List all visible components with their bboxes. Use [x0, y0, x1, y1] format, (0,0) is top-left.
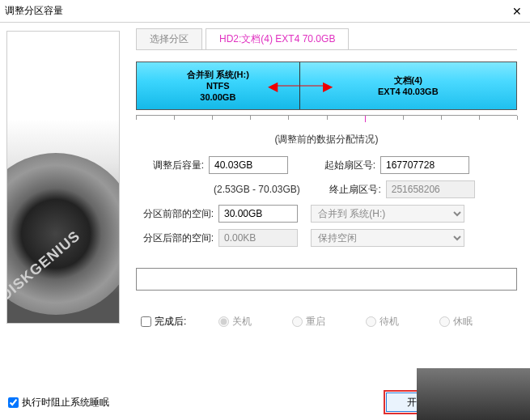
- ruler: [136, 115, 517, 126]
- checkbox-after-done[interactable]: 完成后:: [141, 315, 186, 329]
- partition-current[interactable]: 文档(4) EXT4 40.03GB: [300, 62, 516, 109]
- label-start-sector: 起始扇区号:: [311, 159, 375, 172]
- input-start-sector[interactable]: [380, 156, 469, 174]
- select-space-after-action[interactable]: 保持空闲: [311, 229, 464, 247]
- radio-shutdown[interactable]: 关机: [218, 315, 252, 329]
- label-space-before: 分区前部的空间:: [133, 207, 214, 221]
- disk-illustration: DISKGENIUS: [6, 31, 120, 324]
- select-space-before-action[interactable]: 合并到 系统(H:): [311, 205, 464, 223]
- tab-current-partition[interactable]: HD2:文档(4) EXT4 70.0GB: [206, 28, 349, 49]
- label-size-after: 调整后容量:: [133, 159, 204, 172]
- checkbox-prevent-sleep[interactable]: 执行时阻止系统睡眠: [8, 396, 109, 409]
- size-range-hint: (2.53GB - 70.03GB): [214, 184, 300, 195]
- close-icon[interactable]: ✕: [509, 5, 525, 18]
- tab-select-partition[interactable]: 选择分区: [136, 28, 202, 49]
- progress-bar: [136, 268, 517, 291]
- input-end-sector: [386, 180, 475, 198]
- input-space-after: [218, 229, 298, 247]
- thumbnail-overlay: [417, 368, 530, 420]
- input-space-before[interactable]: [218, 205, 298, 223]
- window-title: 调整分区容量: [5, 4, 509, 18]
- radio-hibernate[interactable]: 休眠: [439, 315, 473, 329]
- label-space-after: 分区后部的空间:: [133, 231, 214, 245]
- radio-standby[interactable]: 待机: [366, 315, 399, 329]
- label-end-sector: 终止扇区号:: [316, 183, 381, 197]
- caption-before-adjust: (调整前的数据分配情况): [133, 133, 520, 146]
- resize-handle-arrow[interactable]: ◀ ▶: [268, 78, 333, 94]
- radio-reboot[interactable]: 重启: [292, 315, 325, 329]
- partition-bar[interactable]: 合并到 系统(H:) NTFS 30.00GB 文档(4) EXT4 40.03…: [136, 62, 517, 110]
- input-size-after[interactable]: [209, 156, 288, 174]
